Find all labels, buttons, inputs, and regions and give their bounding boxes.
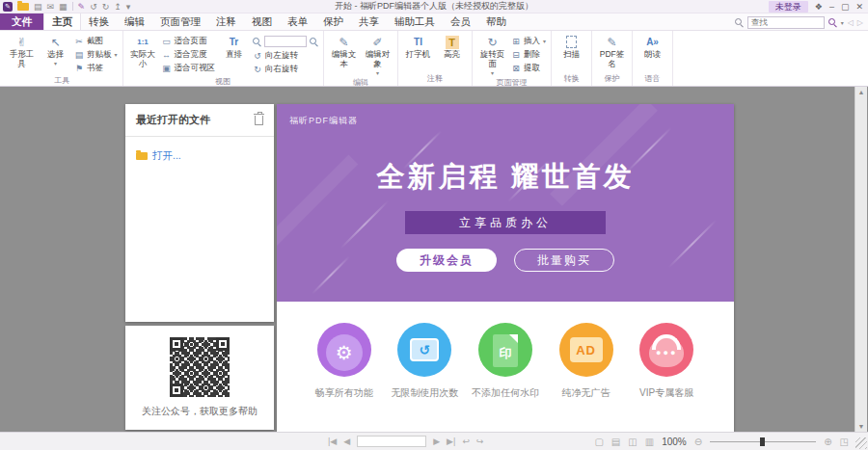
fit-screen-icon[interactable]: ◳ bbox=[840, 437, 849, 447]
find-input[interactable] bbox=[747, 16, 825, 29]
facing-continuous-view-icon[interactable]: ▥ bbox=[645, 437, 654, 447]
maximize-button[interactable]: ▢ bbox=[841, 1, 850, 13]
stamp-pen-icon[interactable]: ✎ bbox=[78, 2, 86, 12]
upgrade-member-button[interactable]: 升级会员 bbox=[396, 249, 497, 272]
rotate-right-button[interactable]: ↻ 向右旋转 bbox=[253, 63, 318, 75]
zoom-out-icon[interactable]: ⊖ bbox=[694, 437, 702, 447]
bulk-purchase-button[interactable]: 批量购买 bbox=[514, 249, 614, 272]
facing-view-icon[interactable]: ◫ bbox=[628, 437, 637, 447]
zoom-out-icon[interactable] bbox=[253, 38, 261, 46]
fit-width-button[interactable]: ↔ 适合宽度 bbox=[162, 48, 216, 61]
tab-file[interactable]: 文件 bbox=[0, 13, 43, 30]
scan-button[interactable]: 扫描 bbox=[556, 34, 586, 60]
insert-pages-button[interactable]: ⊞ 插入 ▾ bbox=[511, 35, 546, 47]
login-button[interactable]: 未登录 bbox=[769, 1, 808, 13]
feature-vip-support[interactable]: ●●● VIP专属客服 bbox=[626, 323, 707, 432]
app-logo-icon[interactable]: ✎ bbox=[3, 2, 13, 12]
zoom-slider[interactable] bbox=[710, 437, 816, 446]
close-button[interactable]: ✕ bbox=[855, 1, 863, 13]
feature-no-watermark[interactable]: 印 不添加任何水印 bbox=[465, 323, 546, 432]
clear-recent-trash-icon[interactable] bbox=[255, 116, 263, 125]
undo-icon[interactable]: ↺ bbox=[90, 2, 97, 12]
find-previous-icon[interactable]: ◁ bbox=[848, 18, 854, 27]
page-number-input[interactable] bbox=[357, 436, 426, 447]
tools-small-buttons: ✂ 截图 ▤ 剪贴板 ▾ ⚑ 书签 bbox=[74, 34, 118, 74]
tab-help[interactable]: 帮助 bbox=[478, 13, 514, 30]
rotate-pages-button[interactable]: ↻ 旋转页面 ▾ bbox=[477, 34, 507, 76]
search-icon[interactable] bbox=[828, 18, 837, 27]
first-page-icon[interactable]: |◀ bbox=[328, 437, 337, 446]
read-aloud-button[interactable]: A» 朗读 bbox=[637, 34, 667, 60]
previous-view-icon[interactable]: ↩ bbox=[462, 437, 470, 446]
vertical-scrollbar[interactable]: ▲ ▼ bbox=[854, 87, 867, 432]
skin-grid-icon[interactable]: ❖ bbox=[815, 1, 823, 13]
tab-comment[interactable]: 注释 bbox=[208, 13, 244, 30]
fit-visible-button[interactable]: ▣ 适合可视区 bbox=[162, 62, 216, 74]
next-page-icon[interactable]: ▶ bbox=[433, 437, 440, 446]
feature-unlimited-usage[interactable]: ↺ 无限制使用次数 bbox=[385, 323, 466, 432]
recent-files-title: 最近打开的文件 bbox=[136, 113, 255, 127]
select-tool-button[interactable]: ↖ 选择 ▾ bbox=[41, 34, 70, 66]
tab-share[interactable]: 共享 bbox=[351, 13, 387, 30]
print-icon[interactable]: ▦ bbox=[59, 2, 68, 12]
tab-membership[interactable]: 会员 bbox=[443, 13, 478, 30]
extract-pages-button[interactable]: ⊠ 提取 bbox=[511, 62, 546, 74]
open-file-link[interactable]: 打开... bbox=[136, 149, 263, 163]
typewriter-button[interactable]: TI 打字机 bbox=[403, 34, 433, 60]
ribbon-tab-bar: 文件 主页 转换 编辑 页面管理 注释 视图 表单 保护 共享 辅助工具 会员 … bbox=[0, 13, 868, 31]
tab-view[interactable]: 视图 bbox=[244, 13, 280, 30]
fit-page-button[interactable]: ▭ 适合页面 bbox=[162, 35, 216, 47]
qat-customize-caret-icon[interactable]: ▾ bbox=[126, 2, 131, 12]
open-file-icon[interactable] bbox=[17, 3, 29, 11]
view-zoom-controls: ▢ ▤ ◫ ▥ 100% ⊖ ⊕ ◳ bbox=[594, 433, 849, 450]
share-icon[interactable]: ↥ bbox=[114, 2, 122, 12]
clipboard-button[interactable]: ▤ 剪贴板 ▾ bbox=[74, 48, 118, 61]
ad-glyph: AD bbox=[576, 343, 596, 357]
pdf-sign-button[interactable]: ✎ PDF签名 bbox=[597, 34, 627, 69]
resize-grip[interactable] bbox=[855, 437, 867, 449]
save-icon[interactable]: ▤ bbox=[34, 2, 42, 12]
bookmark-button[interactable]: ⚑ 书签 bbox=[74, 62, 118, 74]
zoom-slider-handle[interactable] bbox=[760, 437, 765, 446]
edit-text-button[interactable]: ✎ 编辑文本 bbox=[329, 34, 359, 69]
highlight-icon: T bbox=[446, 36, 459, 49]
qr-finder-mark bbox=[216, 337, 230, 351]
previous-page-icon[interactable]: ◀ bbox=[343, 437, 350, 446]
feature-list: ⚙ 畅享所有功能 ↺ 无限制使用次数 印 不添加任何水印 bbox=[277, 302, 734, 432]
zoom-in-icon[interactable]: ⊕ bbox=[824, 437, 831, 447]
zoom-in-icon[interactable] bbox=[310, 38, 318, 46]
rotate-left-button[interactable]: ↺ 向左旋转 bbox=[253, 49, 318, 62]
vertical-text-button[interactable]: Tr 直排 bbox=[219, 34, 249, 60]
next-view-icon[interactable]: ↪ bbox=[476, 437, 484, 446]
minimize-button[interactable]: – bbox=[829, 1, 834, 13]
single-page-view-icon[interactable]: ▢ bbox=[594, 437, 603, 447]
email-icon[interactable]: ✉ bbox=[47, 2, 55, 12]
tab-form[interactable]: 表单 bbox=[280, 13, 315, 30]
edit-object-button[interactable]: ✐ 编辑对象 ▾ bbox=[363, 34, 393, 76]
find-options-caret-icon[interactable]: ▾ bbox=[841, 19, 844, 26]
scroll-down-icon[interactable]: ▼ bbox=[858, 423, 865, 430]
tab-protect[interactable]: 保护 bbox=[315, 13, 351, 30]
tab-convert[interactable]: 转换 bbox=[81, 13, 117, 30]
button-label: 旋转页面 bbox=[479, 50, 506, 69]
last-page-icon[interactable]: ▶| bbox=[447, 437, 455, 446]
redo-icon[interactable]: ↻ bbox=[102, 2, 110, 12]
tab-accessibility[interactable]: 辅助工具 bbox=[387, 13, 443, 30]
tab-page-management[interactable]: 页面管理 bbox=[152, 13, 208, 30]
tab-home[interactable]: 主页 bbox=[43, 13, 81, 30]
delete-pages-button[interactable]: ⊟ 删除 bbox=[511, 48, 546, 61]
tab-edit[interactable]: 编辑 bbox=[117, 13, 152, 30]
feature-all-functions[interactable]: ⚙ 畅享所有功能 bbox=[304, 323, 385, 432]
highlight-button[interactable]: T 高亮 bbox=[437, 34, 467, 60]
scroll-up-icon[interactable]: ▲ bbox=[858, 89, 865, 95]
zoom-level-input[interactable] bbox=[264, 36, 307, 47]
continuous-view-icon[interactable]: ▤ bbox=[611, 437, 620, 447]
actual-size-button[interactable]: 1:1 实际大小 bbox=[128, 34, 158, 69]
feature-no-ads[interactable]: AD 纯净无广告 bbox=[546, 323, 627, 432]
button-label: 提取 bbox=[524, 63, 540, 74]
snapshot-button[interactable]: ✂ 截图 bbox=[74, 35, 118, 47]
hand-tool-button[interactable]: ✌ 手形工具 bbox=[7, 34, 37, 69]
qr-panel: 关注公众号，获取更多帮助 bbox=[125, 326, 274, 430]
button-label: 扫描 bbox=[558, 50, 585, 60]
find-next-icon[interactable]: ▷ bbox=[857, 18, 863, 27]
